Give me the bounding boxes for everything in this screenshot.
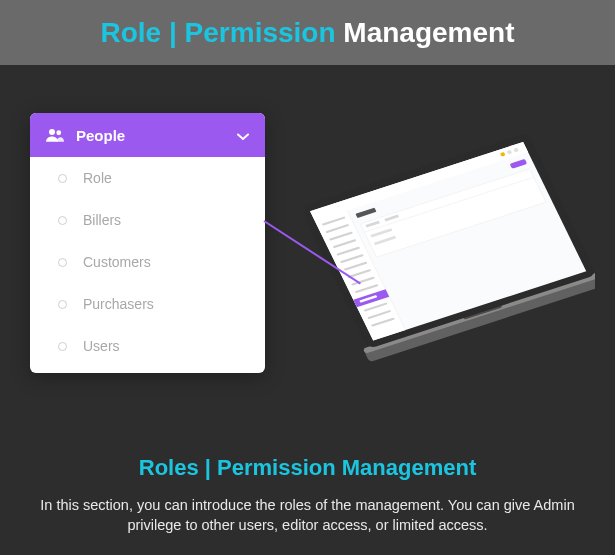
people-icon	[46, 128, 64, 142]
menu-item-users[interactable]: Users	[30, 325, 265, 367]
section-subtitle: Roles | Permission Management	[35, 455, 580, 481]
chevron-down-icon	[237, 127, 249, 144]
svg-point-0	[49, 129, 55, 135]
page-header: Role | Permission Management	[0, 0, 615, 65]
people-menu-card: People Role Billers Customers Purchasers…	[30, 113, 265, 373]
menu-item-purchasers[interactable]: Purchasers	[30, 283, 265, 325]
people-menu-title: People	[76, 127, 125, 144]
menu-item-label: Role	[83, 170, 112, 186]
menu-item-role[interactable]: Role	[30, 157, 265, 199]
section-description: In this section, you can introduce the r…	[35, 495, 580, 536]
menu-item-label: Users	[83, 338, 120, 354]
title-accent: Role | Permission	[101, 17, 336, 48]
menu-item-label: Billers	[83, 212, 121, 228]
people-menu-header[interactable]: People	[30, 113, 265, 157]
menu-item-label: Purchasers	[83, 296, 154, 312]
menu-item-label: Customers	[83, 254, 151, 270]
bullet-icon	[58, 300, 67, 309]
bullet-icon	[58, 342, 67, 351]
bullet-icon	[58, 258, 67, 267]
bullet-icon	[58, 174, 67, 183]
footer-section: Roles | Permission Management In this se…	[0, 445, 615, 536]
bullet-icon	[58, 216, 67, 225]
menu-item-billers[interactable]: Billers	[30, 199, 265, 241]
page-title: Role | Permission Management	[101, 17, 515, 49]
svg-point-1	[56, 130, 61, 135]
showcase-area: People Role Billers Customers Purchasers…	[0, 65, 615, 445]
menu-item-customers[interactable]: Customers	[30, 241, 265, 283]
laptop-mockup	[305, 115, 595, 375]
title-plain: Management	[336, 17, 515, 48]
